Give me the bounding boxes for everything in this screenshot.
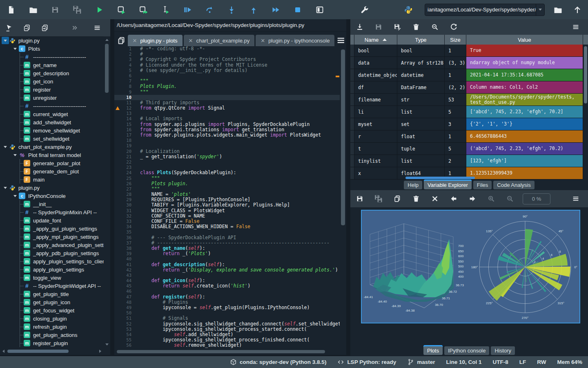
code-line-32[interactable]: 32 CONF_SECTION = NAME: [114, 213, 346, 219]
save-data-icon[interactable]: [350, 190, 369, 207]
code-line-33[interactable]: 33 CONF_FILE = False: [114, 219, 346, 224]
refresh-icon[interactable]: [444, 18, 463, 36]
close-x-icon[interactable]: [425, 190, 444, 207]
code-line-47[interactable]: 47 def register(self):: [114, 294, 346, 300]
variable-size[interactable]: 1: [445, 69, 466, 81]
code-line-37[interactable]: 37 # -----------------------------------…: [114, 240, 346, 246]
variable-name[interactable]: r: [354, 130, 397, 142]
outline-item-pluginpy[interactable]: plugin.py: [0, 184, 104, 192]
browse-working-directory-icon[interactable]: [549, 0, 567, 19]
code-line-38[interactable]: 38 def get_name(self):: [114, 246, 346, 251]
working-directory-combobox[interactable]: ianitagomez/Local/Dev-Spyder/spyder/spyd…: [425, 4, 545, 16]
outline-item-unregister[interactable]: munregister: [0, 94, 104, 102]
variable-value[interactable]: {'2', '1', '3'}: [466, 118, 583, 130]
debug-file-icon[interactable]: [176, 0, 198, 19]
code-line-49[interactable]: 49 ipyconsole = self.get_plugin(Plugins.…: [114, 305, 346, 310]
outline-item-get_plugin_actions[interactable]: mget_plugin_actions: [0, 331, 104, 339]
splitter-right[interactable]: [346, 19, 350, 356]
trash-icon[interactable]: [407, 18, 425, 36]
code-line-29[interactable]: 29 REQUIRES = [Plugins.IPythonConsole]: [114, 197, 346, 202]
outline-item-get_icon[interactable]: mget_icon: [0, 77, 104, 85]
outline-item-add_shellwidget[interactable]: madd_shellwidget: [0, 118, 104, 126]
step-out-icon[interactable]: [243, 0, 265, 19]
code-line-52[interactable]: 52 ipyconsole.sig_shellwidget_changed.co…: [114, 321, 346, 327]
outline-item-main[interactable]: Fmain: [0, 175, 104, 184]
variable-type[interactable]: tuple: [397, 143, 445, 155]
variable-value[interactable]: ['abcd', 745, 2.23, 'efgh', 70.2]: [466, 106, 583, 118]
code-line-16[interactable]: 16from spyder.api.translations import ge…: [114, 127, 346, 132]
variable-row-r[interactable]: rfloat16.46567886443: [350, 130, 588, 143]
run-icon[interactable]: [88, 0, 110, 19]
column-header-size[interactable]: Size: [445, 35, 466, 45]
variable-size[interactable]: (2, 2): [445, 81, 466, 93]
variable-name[interactable]: bool: [354, 45, 397, 56]
variable-type[interactable]: float: [397, 130, 445, 142]
outline-item-generate_dem_plot[interactable]: Fgenerate_dem_plot: [0, 167, 104, 175]
step-over-icon[interactable]: [198, 0, 220, 19]
outline-item-SpyderPluginWidgetAPI[interactable]: #-- SpyderPluginWidget API --: [0, 282, 104, 290]
variable-name[interactable]: tinylist: [354, 155, 397, 167]
tab-files[interactable]: Files: [473, 181, 492, 189]
save-all-icon[interactable]: [369, 190, 388, 207]
variable-type[interactable]: datetime: [397, 69, 445, 81]
outline-item-Plotfinalterrainmodel[interactable]: %Plot final terrain model: [0, 151, 104, 159]
code-line-1[interactable]: 1# -*- coding: utf-8 -*-: [114, 46, 346, 52]
code-line-43[interactable]: 43: [114, 273, 346, 278]
variable-value[interactable]: ndarray object of numpy module: [466, 57, 583, 69]
code-line-56[interactable]: 56 self.remove_shellwidget): [114, 343, 346, 348]
import-data-icon[interactable]: [350, 18, 369, 36]
search-icon[interactable]: [425, 18, 444, 36]
outline-tree[interactable]: plugin.pycPlots#------------------------…: [0, 36, 104, 348]
save-data-as-icon[interactable]: [388, 18, 407, 36]
expand-chevron-icon[interactable]: [2, 184, 9, 191]
code-line-51[interactable]: 51 # Signals: [114, 316, 346, 321]
variable-value[interactable]: ('abcd', 745, 2.23, 'efgh', 70.2): [466, 143, 583, 155]
code-line-55[interactable]: 55 ipyconsole.sig_shellwidget_process_fi…: [114, 337, 346, 343]
editor-options-menu-icon[interactable]: [336, 35, 346, 46]
outline-item-closing_plugin[interactable]: mclosing_plugin: [0, 314, 104, 323]
variable-row-datetime_object[interactable]: datetime_objectdatetime12021-04-14 17:35…: [350, 69, 588, 81]
code-line-35[interactable]: 35: [114, 229, 346, 235]
code-line-10[interactable]: 10: [114, 95, 346, 100]
outline-item-get_focus_widget[interactable]: mget_focus_widget: [0, 306, 104, 314]
step-into-icon[interactable]: [220, 0, 243, 19]
outline-item-_apply_mpl_plugin_settings[interactable]: m_apply_mpl_plugin_settings: [0, 233, 104, 241]
variable-value[interactable]: 2021-04-14 17:35:14.687085: [466, 69, 583, 81]
variable-type[interactable]: set: [397, 118, 445, 130]
variable-type[interactable]: list: [397, 155, 445, 167]
code-line-48[interactable]: 48 # Plugins: [114, 300, 346, 305]
outline-item-_apply_advanced_plugin_setting[interactable]: m_apply_advanced_plugin_settings: [0, 241, 104, 249]
maximize-pane-icon[interactable]: [309, 0, 331, 19]
outline-item-[interactable]: #------------------------------: [0, 53, 104, 61]
zoom-out-icon[interactable]: [501, 190, 519, 207]
outline-item-_apply_gui_plugin_settings[interactable]: m_apply_gui_plugin_settings: [0, 224, 104, 233]
code-line-5[interactable]: 5# (see spyder/__init__.py for details): [114, 68, 346, 73]
variable-type[interactable]: list: [397, 106, 445, 118]
code-line-34[interactable]: 34 DISABLE_ACTIONS_WHEN_HIDDEN = False: [114, 224, 346, 229]
column-header-name[interactable]: Name: [354, 35, 397, 45]
outline-item-refresh_plugin[interactable]: mrefresh_plugin: [0, 323, 104, 331]
variable-type[interactable]: str: [397, 94, 445, 105]
editor-vertical-scrollbar[interactable]: [340, 46, 346, 348]
collapse-doc-icon[interactable]: [18, 19, 36, 36]
continue-icon[interactable]: [265, 0, 287, 19]
column-header-value[interactable]: Value: [466, 35, 583, 45]
code-line-19[interactable]: 19: [114, 143, 346, 148]
code-line-12[interactable]: 12from qtpy.QtCore import Signal: [114, 105, 346, 111]
outline-item-get_plugin_title[interactable]: mget_plugin_title: [0, 290, 104, 298]
outline-item-toggle_view[interactable]: mtoggle_view: [0, 274, 104, 282]
code-line-23[interactable]: 23: [114, 165, 346, 170]
code-line-24[interactable]: 24class Plots(SpyderDockablePlugin):: [114, 170, 346, 175]
chevrons-icon[interactable]: [65, 19, 83, 36]
code-line-4[interactable]: 4# Licensed under the terms of the MIT L…: [114, 63, 346, 68]
variable-explorer-options-menu-icon[interactable]: [567, 18, 585, 36]
outline-item-update_font[interactable]: mupdate_font: [0, 216, 104, 224]
run-cell-icon[interactable]: [110, 0, 132, 19]
tab-help[interactable]: Help: [404, 181, 422, 189]
save-all-icon[interactable]: [66, 0, 88, 19]
splitter-left[interactable]: [110, 19, 114, 356]
code-line-11[interactable]: 11# Third party imports: [114, 100, 346, 105]
expand-chevron-icon[interactable]: [11, 192, 19, 200]
variable-size[interactable]: 53: [445, 94, 466, 105]
save-icon[interactable]: [44, 0, 66, 19]
